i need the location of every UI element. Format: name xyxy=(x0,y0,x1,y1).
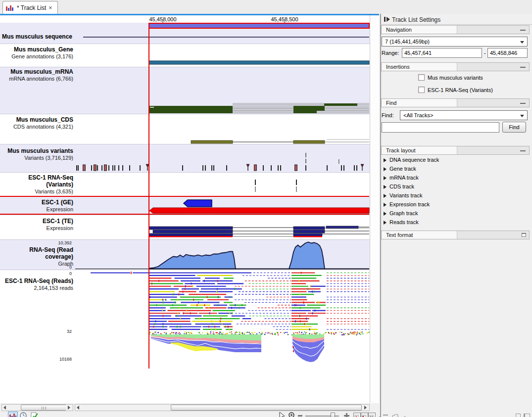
section-header-find[interactable]: Find xyxy=(381,98,530,107)
scroll-left-icon[interactable] xyxy=(75,405,82,411)
expand-icon[interactable] xyxy=(384,158,387,162)
expand-icon[interactable] xyxy=(384,212,387,216)
expand-icon[interactable] xyxy=(384,185,387,189)
selection-cursor-icon[interactable] xyxy=(279,412,286,417)
scroll-left-icon[interactable] xyxy=(2,405,9,411)
zoom-in-tool-icon[interactable] xyxy=(289,412,296,417)
tab-track-list[interactable]: * Track List × xyxy=(2,1,58,14)
track-list-view-button[interactable] xyxy=(8,412,18,417)
scrollbar-thumb[interactable] xyxy=(21,405,67,411)
fit-width-icon[interactable] xyxy=(353,413,361,417)
clock-icon xyxy=(20,412,27,417)
panel-collapse-icon xyxy=(387,17,390,22)
settings-panel-title: Track List Settings xyxy=(392,16,440,23)
page-check-icon xyxy=(31,412,39,417)
collapse-icon[interactable] xyxy=(520,103,526,104)
checkbox-mus-variants[interactable] xyxy=(418,74,425,81)
panel-divider xyxy=(380,24,532,25)
save-settings-icon[interactable] xyxy=(524,414,530,417)
find-button[interactable]: Find xyxy=(502,122,526,133)
track-separator xyxy=(0,239,370,240)
help-icon[interactable] xyxy=(516,414,521,417)
application-window: * Track List × 45,458,000 45,458,500 Mus… xyxy=(0,0,532,417)
chevron-down-icon xyxy=(520,41,524,44)
expand-icon[interactable] xyxy=(384,203,387,207)
range-label: Range: xyxy=(382,50,399,56)
panel-collapse-icon[interactable] xyxy=(384,17,386,22)
range-separator: - xyxy=(484,50,486,56)
graph-scale-min: 0 xyxy=(0,265,72,270)
track-label-coverage[interactable]: RNA-Seq (Read coverage) Graph xyxy=(0,246,73,267)
zoom-slider-thumb[interactable] xyxy=(331,413,335,417)
layout-item-gene[interactable]: Gene track xyxy=(389,166,416,172)
layout-item-reads[interactable]: Reads track xyxy=(389,219,419,225)
folder-icon[interactable] xyxy=(392,413,399,417)
layout-item-graph[interactable]: Graph track xyxy=(389,210,418,216)
track-separator xyxy=(0,215,370,215)
find-scope-label: Find: xyxy=(382,112,393,118)
track-label-te[interactable]: ESC-1 (TE) Expression xyxy=(0,218,73,232)
tab-bar: * Track List × xyxy=(0,0,532,14)
expand-icon[interactable] xyxy=(384,167,387,171)
zoom-out-icon[interactable] xyxy=(298,415,302,417)
checkbox-esc-variants[interactable] xyxy=(418,87,425,93)
tab-title: * Track List xyxy=(17,4,46,11)
track-separator xyxy=(0,144,370,144)
label-column-scrollbar[interactable] xyxy=(1,404,73,411)
track-separator xyxy=(0,44,370,44)
scroll-right-icon[interactable] xyxy=(66,405,73,411)
track-separator xyxy=(0,67,370,67)
expand-icon[interactable] xyxy=(384,194,387,198)
track-separator xyxy=(0,114,370,114)
zoom-plus-icon xyxy=(346,413,347,417)
collapse-icon[interactable] xyxy=(520,30,526,31)
expand-box-icon[interactable] xyxy=(522,233,526,237)
reads-scale-bottom: 10168 xyxy=(0,357,72,362)
expand-icon[interactable] xyxy=(384,176,387,180)
data-area-scrollbar[interactable] xyxy=(75,404,370,411)
layout-item-dna-sequence[interactable]: DNA sequence track xyxy=(389,157,439,163)
collapse-icon[interactable] xyxy=(520,67,526,68)
ruler-tick-label: 45,458,000 xyxy=(149,16,176,22)
track-label-variants[interactable]: Mus musculus variants Variants (3,716,12… xyxy=(0,147,73,161)
scroll-right-icon[interactable] xyxy=(362,405,369,411)
expand-icon[interactable] xyxy=(384,221,387,225)
graph-scale-max: 10,392 xyxy=(0,240,72,245)
dock-arrow-icon[interactable] xyxy=(402,413,408,417)
layout-item-variants[interactable]: Variants track xyxy=(389,192,422,198)
track-list-icon xyxy=(6,4,15,11)
track-label-sequence[interactable]: Mus musculus sequence xyxy=(2,33,72,40)
collapse-icon[interactable] xyxy=(520,150,526,151)
reads-scale-mid: 32 xyxy=(0,329,72,334)
track-label-cds[interactable]: Mus musculus_CDS CDS annotations (4,321) xyxy=(0,116,73,130)
track-label-reads[interactable]: ESC-1 RNA-Seq (Reads) 2,164,153 reads xyxy=(0,278,73,291)
tab-close-icon[interactable]: × xyxy=(48,4,52,11)
chevron-down-icon xyxy=(520,115,524,117)
section-header-insertions[interactable]: Insertions xyxy=(381,62,530,71)
track-label-esc-variants[interactable]: ESC-1 RNA-Seq (Variants) Variants (3,635… xyxy=(0,174,73,195)
range-to-input[interactable]: 45,458,846 xyxy=(487,48,528,58)
layout-item-cds[interactable]: CDS track xyxy=(389,184,414,189)
find-scope-dropdown[interactable]: <All Tracks> xyxy=(400,110,528,120)
scrollbar-thumb[interactable] xyxy=(171,405,362,411)
zoom-100-icon[interactable] xyxy=(368,413,376,417)
track-label-gene[interactable]: Mus musculus_Gene Gene annotations (3,17… xyxy=(0,46,73,60)
track-label-mrna[interactable]: Mus musculus_mRNA mRNA annotations (6,76… xyxy=(0,68,73,82)
zoom-selection-icon[interactable] xyxy=(361,413,368,417)
layout-item-expression[interactable]: Expression track xyxy=(389,201,430,207)
track-label-ge[interactable]: ESC-1 (GE) Expression xyxy=(0,199,73,213)
reads-scale-top: 0 xyxy=(0,271,72,276)
panel-minimize-icon[interactable] xyxy=(383,415,388,416)
range-from-input[interactable]: 45,457,641 xyxy=(402,48,482,58)
chromosome-dropdown[interactable]: 7 (145,441,459bp) xyxy=(382,37,528,46)
history-view-button[interactable] xyxy=(20,412,27,417)
vertical-scrollbar-lane[interactable] xyxy=(370,15,379,403)
ruler-tick-label: 45,458,500 xyxy=(271,16,298,22)
section-header-navigation[interactable]: Navigation xyxy=(381,25,530,34)
find-input[interactable] xyxy=(382,122,499,133)
section-header-text-format[interactable]: Text format xyxy=(381,231,530,239)
track-separator xyxy=(0,172,370,173)
report-view-button[interactable] xyxy=(31,412,39,417)
section-header-track-layout[interactable]: Track layout xyxy=(381,146,530,155)
layout-item-mrna[interactable]: mRNA track xyxy=(389,175,419,181)
